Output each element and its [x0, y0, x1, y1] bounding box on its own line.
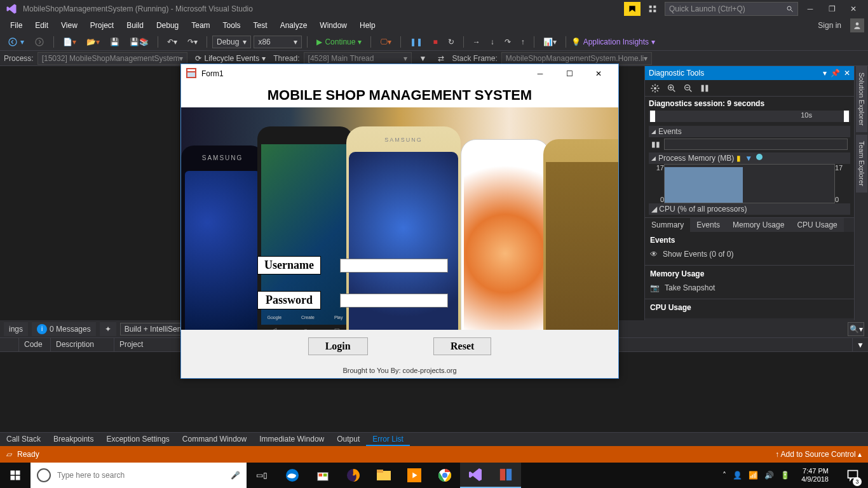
stackframe-combo[interactable]: MobileShopManagementSystem.Home.li▾ [501, 52, 652, 65]
err-col-desc[interactable]: Description [51, 338, 114, 351]
platform-combo[interactable]: x86▾ [254, 36, 302, 48]
menu-tools[interactable]: Tools [217, 19, 247, 32]
login-button[interactable]: Login [308, 337, 368, 355]
events-section-header[interactable]: ◢Events [649, 126, 850, 137]
reset-view-icon[interactable] [700, 83, 710, 93]
menu-build[interactable]: Build [120, 19, 150, 32]
diag-tab-events[interactable]: Events [690, 218, 726, 232]
menu-view[interactable]: View [55, 19, 84, 32]
tray-up-icon[interactable]: ˄ [722, 471, 726, 480]
quick-launch-input[interactable]: Quick Launch (Ctrl+Q) [665, 2, 798, 16]
visual-studio-icon[interactable] [460, 463, 491, 488]
err-col-icon[interactable] [0, 338, 19, 351]
battery-icon[interactable]: 🔋 [780, 471, 790, 480]
intellisense-icon[interactable]: ✦ [100, 322, 116, 336]
zoom-out-icon[interactable] [683, 83, 693, 93]
diag-tab-summary[interactable]: Summary [645, 218, 690, 232]
diag-tab-cpu[interactable]: CPU Usage [790, 218, 843, 232]
tab-exception-settings[interactable]: Exception Settings [100, 433, 175, 446]
save-button[interactable]: 💾 [106, 36, 123, 48]
browser-link-button[interactable]: 🖵▾ [376, 36, 395, 48]
diag-timeline[interactable]: 10s [649, 111, 850, 122]
taskbar-search-input[interactable]: Type here to search 🎤 [31, 463, 247, 488]
panel-close-icon[interactable]: ✕ [844, 69, 850, 78]
movies-icon[interactable] [399, 463, 430, 488]
form1-titlebar[interactable]: Form1 ─ ☐ ✕ [181, 64, 618, 83]
redo-button[interactable]: ↷▾ [184, 36, 201, 48]
clock[interactable]: 7:47 PM 4/9/2018 [796, 467, 834, 484]
chrome-icon[interactable] [430, 463, 460, 488]
tab-output[interactable]: Output [330, 433, 366, 446]
errorlist-search-icon[interactable]: 🔍▾ [848, 322, 864, 336]
sidebar-team-explorer[interactable]: Team Explorer [856, 135, 867, 193]
signin-link[interactable]: Sign in [813, 19, 846, 32]
thread-filter-icon[interactable]: ▼ [416, 53, 431, 64]
stop-button[interactable]: ■ [429, 36, 441, 48]
err-col-code[interactable]: Code [19, 338, 51, 351]
menu-edit[interactable]: Edit [29, 19, 55, 32]
save-all-button[interactable]: 💾📚 [126, 36, 153, 48]
menu-analyze[interactable]: Analyze [274, 19, 314, 32]
filter-icon[interactable]: ▼ [853, 338, 868, 352]
password-input[interactable] [340, 294, 448, 308]
step-out-button[interactable]: ↑ [517, 36, 529, 48]
config-combo[interactable]: Debug▾ [212, 36, 251, 48]
menu-file[interactable]: File [4, 19, 29, 32]
action-center-icon[interactable]: 3 [840, 463, 865, 488]
task-view-icon[interactable]: ▭▯ [247, 463, 277, 488]
minimize-button[interactable]: ─ [801, 2, 820, 16]
diag-tab-memory[interactable]: Memory Usage [726, 218, 790, 232]
step-over-button[interactable]: ↷ [501, 36, 515, 48]
menu-window[interactable]: Window [313, 19, 353, 32]
process-memory-header[interactable]: ◢Process Memory (MB) ▮▼ [649, 152, 850, 164]
messages-filter-button[interactable]: i0 Messages [32, 322, 96, 336]
panel-dropdown-icon[interactable]: ▾ [823, 69, 827, 78]
thread-combo[interactable]: [4528] Main Thread▾ [304, 52, 412, 65]
undo-button[interactable]: ↶▾ [163, 36, 181, 48]
panel-pin-icon[interactable]: 📌 [831, 69, 840, 78]
close-button[interactable]: ✕ [844, 2, 863, 16]
app-insights-button[interactable]: 💡 Application Insights ▾ [571, 37, 655, 46]
step-into-button[interactable]: ↓ [487, 36, 498, 48]
store-icon[interactable] [308, 463, 338, 488]
show-events-link[interactable]: 👁Show Events (0 of 0) [650, 247, 849, 261]
tab-breakpoints[interactable]: Breakpoints [47, 433, 100, 446]
firefox-icon[interactable] [338, 463, 369, 488]
process-combo[interactable]: [15032] MobileShopManagementSystem▾ [37, 52, 188, 65]
form1-maximize-button[interactable]: ☐ [555, 64, 584, 83]
user-avatar-icon[interactable] [850, 18, 864, 32]
warnings-filter-button[interactable]: ings [4, 322, 28, 336]
tab-callstack[interactable]: Call Stack [0, 433, 47, 446]
menu-debug[interactable]: Debug [150, 19, 185, 32]
username-input[interactable] [340, 259, 448, 273]
memory-graph[interactable] [664, 164, 835, 203]
diag-settings-icon[interactable] [650, 83, 660, 93]
file-explorer-icon[interactable] [369, 463, 399, 488]
pause-button[interactable]: ❚❚ [406, 36, 426, 48]
reset-button[interactable]: Reset [433, 337, 491, 355]
notification-flag-icon[interactable] [624, 2, 641, 16]
menu-project[interactable]: Project [84, 19, 120, 32]
maximize-button[interactable]: ❐ [822, 2, 841, 16]
people-icon[interactable]: 👤 [733, 471, 742, 480]
new-project-button[interactable]: 📄▾ [59, 36, 80, 48]
menu-help[interactable]: Help [353, 19, 382, 32]
lifecycle-button[interactable]: ⟳ Lifecycle Events ▾ [191, 53, 269, 64]
menu-test[interactable]: Test [247, 19, 274, 32]
source-control-button[interactable]: ↑ Add to Source Control ▴ [775, 450, 862, 459]
nav-fwd-button[interactable] [31, 36, 48, 48]
continue-button[interactable]: ▶ Continue ▾ [313, 36, 365, 48]
take-snapshot-link[interactable]: 📷Take Snapshot [650, 281, 849, 295]
form1-close-button[interactable]: ✕ [584, 64, 613, 83]
diag-tools-button[interactable]: 📊▾ [539, 36, 560, 48]
network-icon[interactable]: 📶 [749, 471, 758, 480]
nav-back-button[interactable]: ▾ [4, 36, 28, 48]
thread-swap-icon[interactable]: ⇄ [434, 53, 448, 64]
volume-icon[interactable]: 🔊 [764, 471, 774, 480]
open-file-button[interactable]: 📂▾ [83, 36, 104, 48]
events-pause-icon[interactable]: ▮▮ [651, 140, 660, 149]
tab-immediate-window[interactable]: Immediate Window [253, 433, 330, 446]
running-app-icon[interactable] [491, 463, 521, 488]
zoom-in-icon[interactable] [667, 83, 677, 93]
feedback-icon[interactable] [643, 2, 662, 16]
